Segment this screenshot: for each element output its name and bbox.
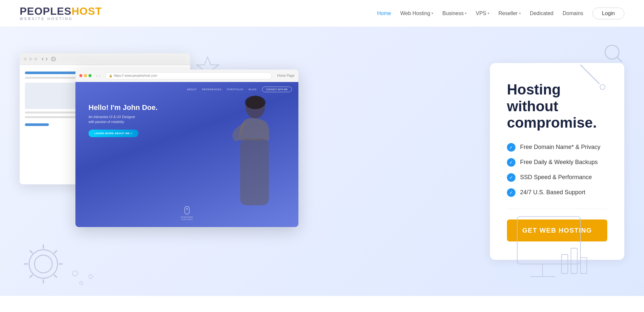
- nav-item-web-hosting[interactable]: Web Hosting ▾: [400, 10, 433, 16]
- nav-item-home[interactable]: Home: [377, 10, 391, 16]
- check-icon: ✓: [507, 158, 515, 167]
- feature-text: SSD Speed & Performance: [520, 174, 592, 181]
- header: PEOPLESHOST WEBSITE HOSTING Home Web Hos…: [0, 0, 644, 27]
- chevron-down-icon: ▾: [432, 11, 433, 15]
- check-icon: ✓: [507, 188, 515, 197]
- divider: [507, 209, 607, 209]
- feature-item-support: ✓ 24/7 U.S. Based Support: [507, 188, 607, 197]
- logo-peoples: PEOPLES: [20, 5, 71, 17]
- forward-icon: ›: [99, 73, 100, 78]
- login-button[interactable]: Login: [593, 8, 624, 19]
- logo: PEOPLESHOST WEBSITE HOSTING: [20, 6, 102, 21]
- address-text: https:// www.peopleshost.com: [114, 74, 157, 77]
- back-icon: ‹: [96, 73, 97, 78]
- nav-item-business[interactable]: Business ▾: [442, 10, 467, 16]
- refresh-icon: ↻: [51, 57, 56, 61]
- feature-item-ssd: ✓ SSD Speed & Performance: [507, 173, 607, 182]
- preview-nav-portfolio: PORTFOLIO: [227, 88, 244, 91]
- feature-list: ✓ Free Domain Name* & Privacy ✓ Free Dai…: [507, 143, 607, 197]
- svg-point-31: [245, 96, 266, 109]
- main-nav: Home Web Hosting ▾ Business ▾ VPS ▾ Rese…: [377, 8, 624, 19]
- feature-item-domain: ✓ Free Domain Name* & Privacy: [507, 143, 607, 152]
- hero-section: ↻ ‹ ›: [0, 27, 644, 296]
- preview-nav-about: ABOUT: [187, 88, 197, 91]
- chevron-down-icon: ▾: [488, 11, 489, 15]
- nav-item-reseller[interactable]: Reseller ▾: [498, 10, 521, 16]
- nav-item-vps[interactable]: VPS ▾: [476, 10, 489, 16]
- browser-dot: [29, 57, 32, 61]
- browser-dot: [34, 57, 37, 61]
- dot-green: [89, 74, 91, 77]
- address-bar[interactable]: 🔒 https:// www.peopleshost.com: [105, 72, 272, 79]
- feature-item-backups: ✓ Free Daily & Weekly Backups: [507, 158, 607, 167]
- feature-text: Free Daily & Weekly Backups: [520, 159, 598, 166]
- browser-dot: [24, 57, 27, 61]
- browser-inner-bar: ‹ › 🔒 https:// www.peopleshost.com Home …: [75, 70, 298, 82]
- browser-dots: [79, 74, 91, 77]
- feature-text: Free Domain Name* & Privacy: [520, 144, 600, 151]
- dot-red: [79, 74, 82, 77]
- hero-right: Hosting without compromise. ✓ Free Domai…: [480, 27, 644, 296]
- browser-nav-icon: [41, 56, 48, 62]
- address-bar-outer: [60, 56, 186, 62]
- check-icon: ✓: [507, 173, 515, 182]
- preview-nav-blog: BLOG: [249, 88, 256, 91]
- svg-rect-32: [240, 139, 269, 205]
- chevron-down-icon: ▾: [465, 11, 467, 15]
- scroll-indicator: Scroll Down Learn More: [181, 206, 193, 220]
- browser-inner: ‹ › 🔒 https:// www.peopleshost.com Home …: [75, 70, 298, 227]
- browser-outer-bar: ↻: [20, 53, 190, 65]
- home-page-label: Home Page: [277, 74, 294, 77]
- logo-subtitle: WEBSITE HOSTING: [20, 17, 102, 21]
- dot-yellow: [84, 74, 87, 77]
- preview-cta-btn: LEARN MORE ABOUT ME >: [89, 130, 138, 137]
- hero-left: ↻ ‹ ›: [0, 27, 480, 296]
- hero-title: Hosting without compromise.: [507, 81, 607, 131]
- chevron-down-icon: ▾: [519, 11, 521, 15]
- website-preview: ABOUT REFERENCES PORTFOLIO BLOG CONTACT …: [75, 82, 298, 227]
- nav-item-domains[interactable]: Domains: [563, 10, 583, 16]
- mini-button: [25, 123, 49, 126]
- check-icon: ✓: [507, 143, 515, 152]
- feature-text: 24/7 U.S. Based Support: [520, 189, 585, 196]
- logo-host: HOST: [71, 5, 102, 17]
- get-web-hosting-button[interactable]: GET WEB HOSTING: [507, 219, 607, 241]
- nav-item-dedicated[interactable]: Dedicated: [530, 10, 553, 16]
- preview-contact-btn: CONTACT WITH ME: [262, 87, 292, 92]
- hero-card: Hosting without compromise. ✓ Free Domai…: [490, 63, 624, 260]
- logo-text: PEOPLESHOST: [20, 6, 102, 16]
- preview-nav-references: REFERENCES: [202, 88, 222, 91]
- person-silhouette: [220, 92, 279, 207]
